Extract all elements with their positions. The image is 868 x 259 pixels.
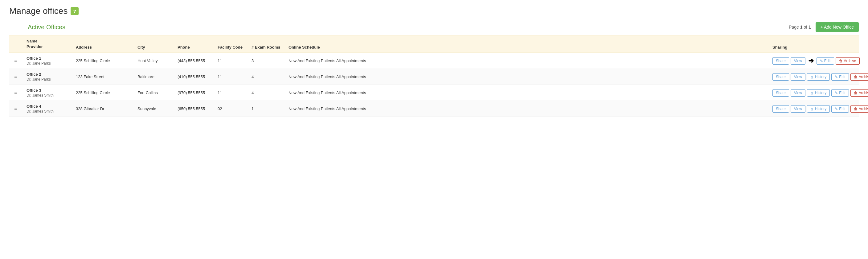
office-name: Office 1 (27, 56, 71, 61)
address-cell: 225 Schilling Circle (73, 59, 135, 63)
exam-rooms-cell: 3 (249, 59, 286, 63)
pagination-info: Page 1 of 1 (789, 25, 811, 30)
city-cell: Sunnyvale (135, 106, 175, 111)
table-row: ≡ Office 1 Dr. Jane Parks 225 Schilling … (9, 53, 859, 69)
archive-icon: 🗑 (854, 107, 858, 111)
table-row: ≡ Office 4 Dr. James Smith 328 Gibraltar… (9, 101, 859, 117)
exam-rooms-cell: 4 (249, 90, 286, 95)
history-print-icon: 🖨 (810, 75, 814, 79)
facility-code-cell: 11 (215, 90, 249, 95)
online-schedule-cell: New And Existing Patients All Appointmen… (286, 74, 770, 79)
archive-button[interactable]: 🗑Archive (850, 105, 868, 113)
provider-name: Dr. James Smith (27, 93, 71, 98)
archive-icon: 🗑 (839, 59, 843, 63)
pagination-add-area: Page 1 of 1 + Add New Office (789, 22, 859, 32)
offices-table: Name Provider Address City Phone Facilit… (9, 35, 859, 117)
phone-cell: (650) 555-5555 (175, 106, 215, 111)
arrow-indicator: ➜ (808, 57, 814, 65)
add-new-office-button[interactable]: + Add New Office (815, 22, 859, 32)
city-cell: Baltimore (135, 74, 175, 79)
view-button[interactable]: View (790, 89, 805, 97)
facility-code-cell: 11 (215, 59, 249, 63)
row-menu-icon[interactable]: ≡ (12, 74, 24, 80)
view-button[interactable]: View (790, 105, 805, 113)
row-menu-icon[interactable]: ≡ (12, 58, 24, 64)
history-print-icon: 🖨 (810, 91, 814, 95)
provider-name: Dr. Jane Parks (27, 61, 71, 66)
total-pages: 1 (808, 25, 811, 30)
page-header: Manage offices ? (9, 6, 859, 16)
section-title: Active Offices (9, 24, 65, 31)
edit-button[interactable]: ✎Edit (831, 105, 849, 113)
history-button[interactable]: 🖨History (807, 105, 830, 113)
phone-cell: (970) 555-5555 (175, 90, 215, 95)
history-print-icon: 🖨 (810, 107, 814, 111)
section-header: Active Offices Page 1 of 1 + Add New Off… (9, 22, 859, 32)
facility-code-cell: 02 (215, 106, 249, 111)
header-row: Name Provider Address City Phone Facilit… (9, 35, 859, 52)
history-button[interactable]: 🖨History (807, 89, 830, 97)
col-phone: Phone (175, 45, 215, 49)
action-buttons: Share View 🖨History ✎Edit 🗑Archive (770, 89, 856, 97)
edit-button[interactable]: ✎Edit (831, 73, 849, 81)
edit-button[interactable]: ✎Edit (831, 89, 849, 97)
col-name-label: Name (27, 38, 71, 44)
col-name-provider: Name Provider (24, 38, 73, 49)
archive-icon: 🗑 (854, 91, 858, 95)
archive-button[interactable]: 🗑Archive (850, 89, 868, 97)
archive-button[interactable]: 🗑Archive (850, 73, 868, 81)
table-header: Name Provider Address City Phone Facilit… (9, 35, 859, 53)
share-button[interactable]: Share (772, 105, 789, 113)
col-address: Address (73, 45, 135, 49)
page-title: Manage offices (9, 6, 67, 16)
col-provider-label: Provider (27, 44, 71, 49)
col-facility-code: Facility Code (215, 45, 249, 49)
provider-name: Dr. Jane Parks (27, 77, 71, 81)
exam-rooms-cell: 4 (249, 74, 286, 79)
online-schedule-cell: New And Existing Patients All Appointmen… (286, 59, 770, 63)
phone-cell: (443) 555-5555 (175, 59, 215, 63)
row-menu-icon[interactable]: ≡ (12, 90, 24, 96)
of-label: of (804, 25, 807, 30)
city-cell: Hunt Valley (135, 59, 175, 63)
col-city: City (135, 45, 175, 49)
action-buttons: Share View 🖨History ✎Edit 🗑Archive (770, 105, 856, 113)
row-menu-icon[interactable]: ≡ (12, 106, 24, 112)
facility-code-cell: 11 (215, 74, 249, 79)
table-row: ≡ Office 2 Dr. Jane Parks 123 Fake Stree… (9, 69, 859, 85)
address-cell: 225 Schilling Circle (73, 90, 135, 95)
pencil-icon: ✎ (820, 59, 823, 63)
history-button[interactable]: 🖨History (807, 73, 830, 81)
office-name-cell: Office 4 Dr. James Smith (24, 104, 73, 113)
col-exam-rooms: # Exam Rooms (249, 45, 286, 49)
view-button[interactable]: View (790, 57, 805, 65)
address-cell: 328 Gibraltar Dr (73, 106, 135, 111)
pencil-icon: ✎ (835, 75, 838, 79)
edit-button[interactable]: ✎Edit (816, 57, 834, 65)
view-button[interactable]: View (790, 73, 805, 81)
office-name: Office 2 (27, 72, 71, 77)
address-cell: 123 Fake Street (73, 74, 135, 79)
help-icon[interactable]: ? (70, 7, 79, 15)
action-buttons: Share View ➜ ✎Edit 🗑Archive (770, 57, 856, 65)
pencil-icon: ✎ (835, 91, 838, 95)
online-schedule-cell: New And Existing Patients All Appointmen… (286, 90, 770, 95)
col-online-schedule: Online Schedule (286, 45, 770, 49)
provider-name: Dr. James Smith (27, 109, 71, 113)
office-name-cell: Office 2 Dr. Jane Parks (24, 72, 73, 81)
pencil-icon: ✎ (835, 107, 838, 111)
page-label: Page (789, 25, 799, 30)
archive-button[interactable]: 🗑Archive (836, 57, 860, 65)
online-schedule-cell: New And Existing Patients All Appointmen… (286, 106, 770, 111)
office-name-cell: Office 3 Dr. James Smith (24, 88, 73, 98)
table-body: ≡ Office 1 Dr. Jane Parks 225 Schilling … (9, 53, 859, 117)
office-name: Office 3 (27, 88, 71, 92)
office-name: Office 4 (27, 104, 71, 109)
phone-cell: (410) 555-5555 (175, 74, 215, 79)
exam-rooms-cell: 1 (249, 106, 286, 111)
share-button[interactable]: Share (772, 89, 789, 97)
share-button[interactable]: Share (772, 57, 789, 65)
share-button[interactable]: Share (772, 73, 789, 81)
action-buttons: Share View 🖨History ✎Edit 🗑Archive (770, 73, 856, 81)
col-sharing: Sharing (770, 45, 856, 49)
